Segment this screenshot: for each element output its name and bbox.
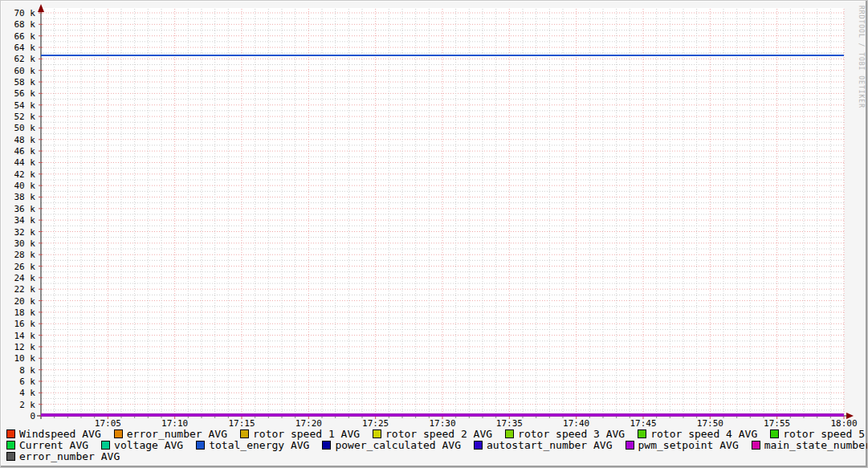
y-axis-label: 34 k bbox=[14, 215, 36, 226]
y-axis-label: 60 k bbox=[14, 66, 36, 76]
x-axis-label: 17:55 bbox=[764, 418, 790, 427]
legend-item: error_number AVG bbox=[6, 450, 120, 462]
y-axis-label: 26 k bbox=[14, 262, 36, 272]
legend-item-label: rotor speed 2 AVG bbox=[385, 428, 492, 440]
y-axis-label: 2 k bbox=[19, 400, 35, 410]
legend-item-label: Current AVG bbox=[19, 439, 88, 451]
x-axis-label: 17:25 bbox=[362, 418, 389, 427]
x-axis-label: 17:40 bbox=[563, 418, 589, 427]
legend-item-label: main_state_number AVG bbox=[764, 439, 868, 451]
legend-color-swatch bbox=[101, 441, 110, 450]
legend-color-swatch bbox=[752, 441, 760, 450]
legend-item-label: rotor speed 1 AVG bbox=[253, 428, 360, 440]
y-axis-label: 42 k bbox=[14, 169, 36, 180]
y-axis-label: 20 k bbox=[14, 296, 36, 307]
x-axis-label: 17:30 bbox=[429, 418, 455, 427]
legend-color-swatch bbox=[114, 429, 123, 438]
legend-row: Current AVGvoltage AVGtotal_energy AVGpo… bbox=[6, 439, 862, 450]
legend-item: rotor speed 5 AVG bbox=[770, 428, 868, 440]
legend-color-swatch bbox=[6, 429, 15, 438]
y-axis-label: 12 k bbox=[14, 342, 36, 352]
y-axis-label: 38 k bbox=[14, 192, 36, 202]
legend-color-swatch bbox=[638, 429, 646, 438]
legend-color-swatch bbox=[505, 429, 514, 438]
legend-color-swatch bbox=[322, 441, 331, 450]
y-axis-label: 8 k bbox=[19, 365, 35, 376]
legend-item: Windspeed AVG bbox=[6, 428, 101, 440]
legend-color-swatch bbox=[6, 452, 15, 461]
legend-row: Windspeed AVGerror_number AVGrotor speed… bbox=[6, 428, 862, 439]
watermark: RRDTOOL / TOBI OETIKER bbox=[858, 6, 865, 108]
legend-color-swatch bbox=[240, 429, 249, 438]
legend-color-swatch bbox=[770, 429, 779, 438]
legend-color-swatch bbox=[626, 441, 634, 450]
y-axis-label: 46 k bbox=[14, 146, 36, 157]
legend-row: error_number AVG bbox=[6, 450, 862, 462]
y-axis-label: 16 k bbox=[14, 319, 36, 329]
legend-item: voltage AVG bbox=[101, 439, 183, 451]
legend-item-label: error_number AVG bbox=[127, 428, 227, 440]
y-axis-label: 22 k bbox=[14, 284, 36, 295]
legend-item-label: rotor speed 4 AVG bbox=[650, 428, 757, 440]
y-axis-label: 44 k bbox=[14, 157, 36, 168]
x-axis-label: 17:50 bbox=[697, 418, 723, 427]
y-axis-label: 66 k bbox=[14, 31, 36, 42]
legend-item: rotor speed 4 AVG bbox=[638, 428, 757, 440]
legend-item-label: error_number AVG bbox=[19, 450, 120, 462]
legend-item: Current AVG bbox=[6, 439, 88, 451]
y-axis-label: 70 k bbox=[14, 8, 36, 18]
x-axis-label: 17:35 bbox=[496, 418, 523, 427]
legend-item-label: Windspeed AVG bbox=[19, 428, 101, 440]
y-axis-label: 64 k bbox=[14, 43, 36, 53]
y-axis-label: 0 bbox=[30, 411, 35, 421]
x-axis-label: 17:15 bbox=[228, 418, 255, 427]
x-axis-label: 17:20 bbox=[295, 418, 322, 427]
y-axis-label: 58 k bbox=[14, 77, 36, 87]
legend-item-label: rotor speed 3 AVG bbox=[518, 428, 625, 440]
x-axis-label: 17:10 bbox=[161, 418, 188, 427]
y-axis-label: 18 k bbox=[14, 307, 36, 318]
x-axis-label: 17:05 bbox=[95, 418, 121, 427]
legend-item: rotor speed 2 AVG bbox=[373, 428, 492, 440]
chart-canvas: 02 k4 k6 k8 k10 k12 k14 k16 k18 k20 k22 … bbox=[1, 1, 868, 427]
legend-item: power_calculated AVG bbox=[322, 439, 461, 451]
y-axis-label: 52 k bbox=[14, 112, 36, 122]
legend-color-swatch bbox=[6, 441, 15, 450]
y-axis-label: 6 k bbox=[19, 376, 35, 387]
legend-item: rotor speed 3 AVG bbox=[505, 428, 625, 440]
y-axis-label: 28 k bbox=[14, 250, 36, 260]
legend-item-label: autostart_number AVG bbox=[487, 439, 613, 451]
legend-item: total_energy AVG bbox=[196, 439, 309, 451]
legend-item: main_state_number AVG bbox=[752, 439, 868, 451]
legend-color-swatch bbox=[474, 441, 483, 450]
x-axis-label: 18:00 bbox=[830, 418, 857, 427]
y-axis-label: 62 k bbox=[14, 54, 36, 64]
legend-item: rotor speed 1 AVG bbox=[240, 428, 360, 440]
y-axis-label: 40 k bbox=[14, 181, 36, 191]
y-axis-label: 24 k bbox=[14, 273, 36, 283]
y-axis-label: 48 k bbox=[14, 135, 36, 145]
legend-item: error_number AVG bbox=[114, 428, 227, 440]
legend-color-swatch bbox=[196, 441, 205, 450]
rrd-graph-image: 02 k4 k6 k8 k10 k12 k14 k16 k18 k20 k22 … bbox=[0, 0, 868, 468]
y-axis-label: 32 k bbox=[14, 227, 36, 238]
legend-item: pwm_setpoint AVG bbox=[626, 439, 739, 451]
legend-item-label: power_calculated AVG bbox=[335, 439, 461, 451]
y-axis-label: 10 k bbox=[14, 353, 36, 364]
legend-item-label: rotor speed 5 AVG bbox=[783, 428, 868, 440]
y-axis-label: 36 k bbox=[14, 204, 36, 214]
legend-item-label: total_energy AVG bbox=[209, 439, 309, 451]
legend-item: autostart_number AVG bbox=[474, 439, 613, 451]
y-axis-label: 54 k bbox=[14, 100, 36, 111]
y-axis-label: 4 k bbox=[19, 388, 35, 398]
y-axis-label: 14 k bbox=[14, 331, 36, 341]
legend: Windspeed AVGerror_number AVGrotor speed… bbox=[6, 428, 862, 462]
legend-item-label: pwm_setpoint AVG bbox=[638, 439, 739, 451]
y-axis-label: 56 k bbox=[14, 88, 36, 99]
y-axis-label: 68 k bbox=[14, 19, 36, 30]
y-axis-label: 50 k bbox=[14, 123, 36, 133]
y-axis-label: 30 k bbox=[14, 238, 36, 249]
x-axis-label: 17:45 bbox=[630, 418, 656, 427]
legend-color-swatch bbox=[373, 429, 381, 438]
legend-item-label: voltage AVG bbox=[114, 439, 183, 451]
